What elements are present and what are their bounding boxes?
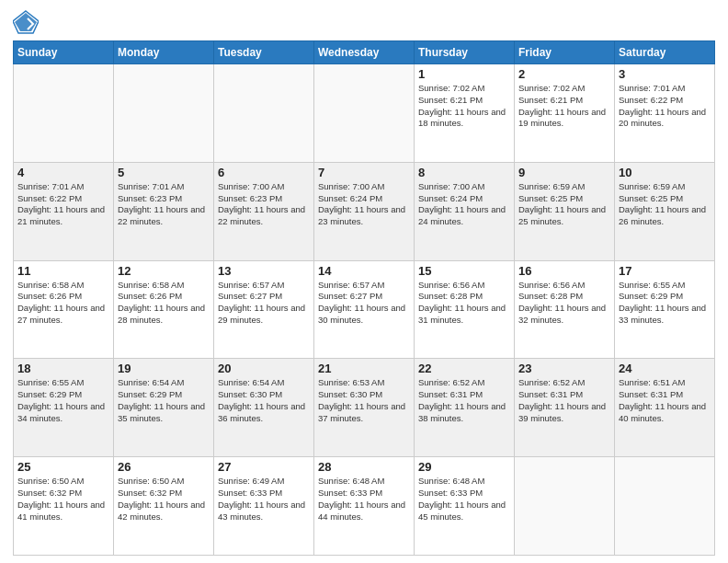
calendar-cell: 6Sunrise: 7:00 AM Sunset: 6:23 PM Daylig…	[214, 162, 314, 260]
day-number: 21	[318, 362, 410, 375]
calendar-cell: 20Sunrise: 6:54 AM Sunset: 6:30 PM Dayli…	[214, 359, 314, 457]
calendar-cell: 13Sunrise: 6:57 AM Sunset: 6:27 PM Dayli…	[214, 260, 314, 359]
weekday-header-monday: Monday	[114, 41, 214, 64]
calendar-week-row: 1Sunrise: 7:02 AM Sunset: 6:21 PM Daylig…	[14, 64, 715, 163]
calendar-cell	[615, 457, 715, 556]
day-info: Sunrise: 7:00 AM Sunset: 6:23 PM Dayligh…	[218, 181, 310, 228]
weekday-header-friday: Friday	[515, 41, 615, 64]
day-number: 20	[218, 362, 310, 375]
day-number: 4	[17, 166, 109, 179]
calendar-cell: 2Sunrise: 7:02 AM Sunset: 6:21 PM Daylig…	[515, 64, 615, 163]
day-number: 13	[218, 264, 310, 278]
day-info: Sunrise: 6:58 AM Sunset: 6:26 PM Dayligh…	[118, 280, 210, 327]
day-number: 19	[118, 362, 210, 375]
day-info: Sunrise: 6:58 AM Sunset: 6:26 PM Dayligh…	[17, 280, 109, 327]
day-info: Sunrise: 6:59 AM Sunset: 6:25 PM Dayligh…	[518, 181, 610, 228]
day-number: 14	[318, 264, 410, 278]
calendar-cell: 7Sunrise: 7:00 AM Sunset: 6:24 PM Daylig…	[314, 162, 415, 260]
calendar-cell: 29Sunrise: 6:48 AM Sunset: 6:33 PM Dayli…	[415, 457, 515, 556]
calendar-cell	[114, 64, 214, 163]
day-info: Sunrise: 6:54 AM Sunset: 6:29 PM Dayligh…	[118, 377, 210, 424]
day-number: 15	[418, 264, 510, 278]
calendar-cell: 8Sunrise: 7:00 AM Sunset: 6:24 PM Daylig…	[415, 162, 515, 260]
page: SundayMondayTuesdayWednesdayThursdayFrid…	[0, 0, 728, 563]
weekday-header-saturday: Saturday	[615, 41, 715, 64]
day-info: Sunrise: 6:57 AM Sunset: 6:27 PM Dayligh…	[318, 280, 410, 327]
calendar-week-row: 25Sunrise: 6:50 AM Sunset: 6:32 PM Dayli…	[14, 457, 715, 556]
generalblue-logo-icon	[13, 9, 39, 35]
calendar-cell	[314, 64, 415, 163]
day-number: 24	[619, 362, 711, 375]
weekday-header-sunday: Sunday	[14, 41, 114, 64]
calendar-cell: 1Sunrise: 7:02 AM Sunset: 6:21 PM Daylig…	[415, 64, 515, 163]
day-info: Sunrise: 6:57 AM Sunset: 6:27 PM Dayligh…	[218, 280, 310, 327]
day-info: Sunrise: 7:01 AM Sunset: 6:22 PM Dayligh…	[17, 181, 109, 228]
day-info: Sunrise: 6:49 AM Sunset: 6:33 PM Dayligh…	[218, 476, 310, 523]
calendar-cell: 25Sunrise: 6:50 AM Sunset: 6:32 PM Dayli…	[14, 457, 114, 556]
day-number: 5	[118, 166, 210, 179]
calendar-week-row: 4Sunrise: 7:01 AM Sunset: 6:22 PM Daylig…	[14, 162, 715, 260]
calendar-cell: 9Sunrise: 6:59 AM Sunset: 6:25 PM Daylig…	[515, 162, 615, 260]
calendar-cell: 28Sunrise: 6:48 AM Sunset: 6:33 PM Dayli…	[314, 457, 415, 556]
calendar-cell: 23Sunrise: 6:52 AM Sunset: 6:31 PM Dayli…	[515, 359, 615, 457]
day-info: Sunrise: 7:02 AM Sunset: 6:21 PM Dayligh…	[518, 83, 610, 130]
calendar-week-row: 11Sunrise: 6:58 AM Sunset: 6:26 PM Dayli…	[14, 260, 715, 359]
day-info: Sunrise: 6:51 AM Sunset: 6:31 PM Dayligh…	[619, 377, 711, 424]
day-info: Sunrise: 6:59 AM Sunset: 6:25 PM Dayligh…	[619, 181, 711, 228]
calendar-cell: 24Sunrise: 6:51 AM Sunset: 6:31 PM Dayli…	[615, 359, 715, 457]
calendar-cell: 5Sunrise: 7:01 AM Sunset: 6:23 PM Daylig…	[114, 162, 214, 260]
day-info: Sunrise: 6:48 AM Sunset: 6:33 PM Dayligh…	[418, 476, 510, 523]
day-info: Sunrise: 7:00 AM Sunset: 6:24 PM Dayligh…	[418, 181, 510, 228]
day-number: 1	[418, 67, 510, 81]
day-info: Sunrise: 7:00 AM Sunset: 6:24 PM Dayligh…	[318, 181, 410, 228]
day-info: Sunrise: 6:54 AM Sunset: 6:30 PM Dayligh…	[218, 377, 310, 424]
day-number: 12	[118, 264, 210, 278]
day-number: 26	[118, 460, 210, 474]
day-number: 9	[518, 166, 610, 179]
calendar-cell: 18Sunrise: 6:55 AM Sunset: 6:29 PM Dayli…	[14, 359, 114, 457]
day-number: 11	[17, 264, 109, 278]
calendar-cell: 17Sunrise: 6:55 AM Sunset: 6:29 PM Dayli…	[615, 260, 715, 359]
calendar-cell: 15Sunrise: 6:56 AM Sunset: 6:28 PM Dayli…	[415, 260, 515, 359]
calendar-cell: 12Sunrise: 6:58 AM Sunset: 6:26 PM Dayli…	[114, 260, 214, 359]
day-number: 17	[619, 264, 711, 278]
day-number: 7	[318, 166, 410, 179]
calendar-cell: 26Sunrise: 6:50 AM Sunset: 6:32 PM Dayli…	[114, 457, 214, 556]
day-number: 29	[418, 460, 510, 474]
calendar-cell: 22Sunrise: 6:52 AM Sunset: 6:31 PM Dayli…	[415, 359, 515, 457]
weekday-header-tuesday: Tuesday	[214, 41, 314, 64]
calendar-cell: 11Sunrise: 6:58 AM Sunset: 6:26 PM Dayli…	[14, 260, 114, 359]
day-number: 2	[518, 67, 610, 81]
calendar-table: SundayMondayTuesdayWednesdayThursdayFrid…	[13, 40, 715, 556]
day-number: 10	[619, 166, 711, 179]
header	[13, 9, 715, 35]
day-info: Sunrise: 6:56 AM Sunset: 6:28 PM Dayligh…	[418, 280, 510, 327]
calendar-cell: 3Sunrise: 7:01 AM Sunset: 6:22 PM Daylig…	[615, 64, 715, 163]
day-number: 16	[518, 264, 610, 278]
day-info: Sunrise: 6:52 AM Sunset: 6:31 PM Dayligh…	[518, 377, 610, 424]
day-info: Sunrise: 6:53 AM Sunset: 6:30 PM Dayligh…	[318, 377, 410, 424]
day-info: Sunrise: 7:02 AM Sunset: 6:21 PM Dayligh…	[418, 83, 510, 130]
weekday-header-thursday: Thursday	[415, 41, 515, 64]
day-number: 6	[218, 166, 310, 179]
weekday-header-row: SundayMondayTuesdayWednesdayThursdayFrid…	[14, 41, 715, 64]
day-number: 22	[418, 362, 510, 375]
calendar-cell	[14, 64, 114, 163]
day-number: 27	[218, 460, 310, 474]
weekday-header-wednesday: Wednesday	[314, 41, 415, 64]
day-info: Sunrise: 6:50 AM Sunset: 6:32 PM Dayligh…	[17, 476, 109, 523]
day-number: 18	[17, 362, 109, 375]
day-info: Sunrise: 7:01 AM Sunset: 6:23 PM Dayligh…	[118, 181, 210, 228]
day-info: Sunrise: 6:50 AM Sunset: 6:32 PM Dayligh…	[118, 476, 210, 523]
day-number: 23	[518, 362, 610, 375]
day-info: Sunrise: 6:55 AM Sunset: 6:29 PM Dayligh…	[17, 377, 109, 424]
day-info: Sunrise: 6:56 AM Sunset: 6:28 PM Dayligh…	[518, 280, 610, 327]
calendar-cell: 27Sunrise: 6:49 AM Sunset: 6:33 PM Dayli…	[214, 457, 314, 556]
calendar-cell: 14Sunrise: 6:57 AM Sunset: 6:27 PM Dayli…	[314, 260, 415, 359]
day-number: 28	[318, 460, 410, 474]
calendar-cell	[214, 64, 314, 163]
svg-marker-0	[15, 13, 37, 31]
calendar-cell: 19Sunrise: 6:54 AM Sunset: 6:29 PM Dayli…	[114, 359, 214, 457]
day-info: Sunrise: 6:48 AM Sunset: 6:33 PM Dayligh…	[318, 476, 410, 523]
calendar-cell: 21Sunrise: 6:53 AM Sunset: 6:30 PM Dayli…	[314, 359, 415, 457]
